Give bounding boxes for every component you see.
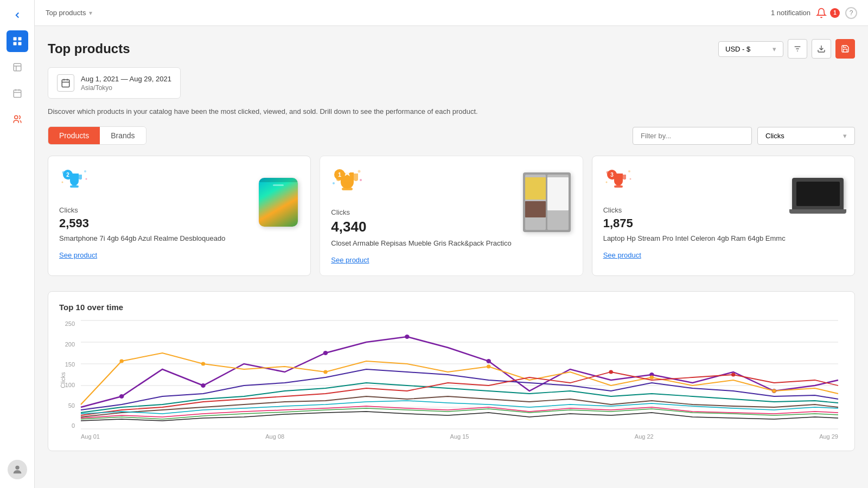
svg-rect-3 — [18, 42, 21, 46]
svg-text:1: 1 — [338, 171, 341, 178]
y-axis-title: Clicks — [60, 373, 66, 388]
card2-metric-label: Clicks — [59, 206, 225, 214]
save-icon-btn[interactable] — [835, 39, 855, 59]
date-info: Aug 1, 2021 — Aug 29, 2021 Asia/Tokyo — [81, 75, 171, 92]
sidebar-item-calendar[interactable] — [7, 82, 28, 104]
svg-point-40 — [629, 178, 631, 180]
card2-metric-value: 2,593 — [59, 216, 225, 230]
svg-point-56 — [486, 359, 491, 363]
svg-point-11 — [14, 115, 17, 119]
notification-text[interactable]: 1 notification — [771, 9, 810, 17]
timezone-text: Asia/Tokyo — [81, 84, 171, 92]
notification-badge: 1 — [830, 8, 840, 18]
breadcrumb-arrow-icon: ▾ — [89, 9, 92, 17]
sidebar — [0, 0, 35, 488]
date-range-text: Aug 1, 2021 — Aug 29, 2021 — [81, 75, 171, 83]
help-icon[interactable]: ? — [845, 7, 857, 19]
svg-point-61 — [323, 370, 328, 374]
svg-rect-43 — [614, 185, 623, 188]
product-image-laptop — [792, 178, 844, 216]
trophy-rank3: 3 — [603, 167, 634, 197]
svg-rect-42 — [616, 181, 621, 185]
filter-row: Products Brands Clicks ▾ — [48, 126, 855, 145]
metric-value: Clicks — [765, 132, 784, 140]
card1-see-product[interactable]: See product — [331, 256, 369, 264]
svg-point-59 — [119, 359, 124, 363]
card2-see-product[interactable]: See product — [59, 251, 97, 259]
tab-brands[interactable]: Brands — [100, 127, 145, 144]
content-area: Top products USD - $ ▾ — [35, 26, 868, 488]
topbar-right: 1 notification 1 ? — [771, 7, 857, 19]
sidebar-item-layout[interactable] — [7, 56, 28, 78]
svg-rect-34 — [342, 188, 353, 190]
topbar-breadcrumb[interactable]: Top products — [46, 9, 86, 17]
y-label-200: 200 — [65, 341, 75, 348]
tab-products[interactable]: Products — [48, 127, 100, 144]
filter-input[interactable] — [633, 127, 752, 145]
x-label-aug01: Aug 01 — [81, 433, 100, 440]
currency-value: USD - $ — [725, 45, 750, 53]
svg-point-54 — [323, 351, 328, 355]
svg-text:3: 3 — [610, 172, 614, 178]
svg-rect-26 — [70, 185, 79, 188]
export-icon-btn[interactable] — [812, 39, 831, 59]
metric-selector[interactable]: Clicks ▾ — [757, 127, 855, 145]
x-label-aug15: Aug 15 — [450, 433, 469, 440]
y-label-250: 250 — [65, 320, 75, 327]
product-card-rank3: 3 Clicks 1,875 Laptop Hp Stream Pro Inte… — [592, 156, 855, 276]
trophy-rank1: 1 — [331, 167, 363, 200]
svg-point-12 — [15, 466, 19, 470]
chart-svg-area — [81, 320, 838, 429]
tab-group: Products Brands — [48, 126, 146, 145]
y-label-150: 150 — [65, 361, 75, 368]
sidebar-item-home[interactable] — [7, 30, 28, 52]
svg-point-32 — [333, 182, 335, 184]
y-label-100: 100 — [65, 382, 75, 388]
sidebar-avatar[interactable] — [8, 460, 27, 479]
svg-point-31 — [360, 179, 362, 181]
trophy-rank2: 2 — [59, 167, 90, 197]
x-label-aug08: Aug 08 — [265, 433, 284, 440]
svg-point-62 — [487, 365, 491, 369]
sidebar-back-btn[interactable] — [7, 4, 28, 26]
card1-product-name: Closet Armable Repisas Mueble Gris Rack&… — [331, 239, 511, 248]
filter-right: Clicks ▾ — [633, 127, 855, 145]
product-card-rank1: 1 Clicks 4,340 Closet Armable Repisas Mu… — [320, 156, 583, 276]
notification-bell[interactable]: 1 — [816, 8, 840, 18]
x-label-aug22: Aug 22 — [635, 433, 654, 440]
svg-point-39 — [628, 170, 630, 172]
svg-point-63 — [650, 376, 654, 380]
product-image-phone — [259, 178, 299, 229]
svg-rect-17 — [62, 80, 69, 87]
sidebar-bottom — [8, 460, 27, 484]
filter-icon-btn[interactable] — [788, 39, 807, 59]
header-actions: USD - $ ▾ — [718, 39, 855, 59]
chart-title: Top 10 over time — [59, 303, 844, 312]
chart-container: 250 200 150 100 50 0 Clicks — [59, 320, 844, 440]
currency-selector[interactable]: USD - $ ▾ — [718, 41, 783, 57]
svg-point-22 — [84, 170, 86, 172]
svg-point-23 — [86, 178, 87, 180]
chart-section: Top 10 over time 250 200 150 100 50 0 Cl… — [48, 291, 855, 451]
card3-metric-label: Clicks — [603, 206, 786, 214]
svg-rect-25 — [72, 181, 76, 185]
sidebar-item-users[interactable] — [7, 108, 28, 130]
y-label-50: 50 — [68, 402, 75, 409]
svg-point-53 — [201, 383, 206, 388]
svg-point-41 — [605, 182, 607, 183]
svg-point-55 — [405, 335, 410, 339]
svg-point-24 — [62, 182, 63, 183]
svg-rect-0 — [13, 37, 16, 41]
date-range-box[interactable]: Aug 1, 2021 — Aug 29, 2021 Asia/Tokyo — [48, 67, 181, 99]
y-label-0: 0 — [72, 422, 75, 429]
card3-see-product[interactable]: See product — [603, 251, 641, 259]
main-content: Top products ▾ 1 notification 1 ? Top pr… — [35, 0, 868, 488]
svg-rect-4 — [14, 63, 21, 71]
svg-point-30 — [358, 170, 361, 173]
svg-rect-7 — [14, 90, 21, 98]
svg-point-60 — [201, 362, 206, 366]
svg-point-66 — [731, 373, 736, 377]
product-image-wardrobe — [523, 172, 572, 235]
svg-point-64 — [772, 389, 776, 393]
svg-rect-2 — [13, 42, 16, 46]
